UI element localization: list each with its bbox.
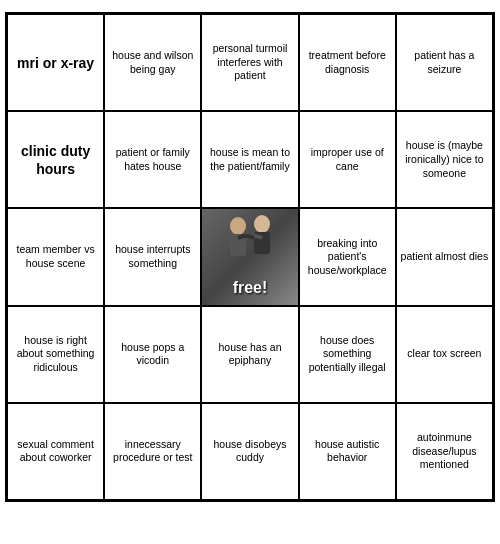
cell-text-14: patient almost dies xyxy=(401,250,489,264)
cell-4: patient has a seizure xyxy=(396,14,493,111)
cell-3: treatment before diagnosis xyxy=(299,14,396,111)
cell-23: house autistic behavior xyxy=(299,403,396,500)
cell-10: team member vs house scene xyxy=(7,208,104,305)
free-cell-image: free! xyxy=(202,209,297,304)
cell-text-4: patient has a seizure xyxy=(400,49,489,76)
cell-text-15: house is right about something ridiculou… xyxy=(11,334,100,375)
cell-15: house is right about something ridiculou… xyxy=(7,306,104,403)
cell-19: clear tox screen xyxy=(396,306,493,403)
cell-text-2: personal turmoil interferes with patient xyxy=(205,42,294,83)
cell-0: mri or x-ray xyxy=(7,14,104,111)
cell-1: house and wilson being gay xyxy=(104,14,201,111)
cell-text-21: innecessary procedure or test xyxy=(108,438,197,465)
cell-text-0: mri or x-ray xyxy=(17,54,94,72)
cell-text-19: clear tox screen xyxy=(407,347,481,361)
cell-17: house has an epiphany xyxy=(201,306,298,403)
cell-13: breaking into patient's house/workplace xyxy=(299,208,396,305)
cell-text-20: sexual comment about coworker xyxy=(11,438,100,465)
cell-14: patient almost dies xyxy=(396,208,493,305)
bingo-grid: mri or x-rayhouse and wilson being gaype… xyxy=(5,12,495,502)
svg-point-0 xyxy=(230,217,246,235)
free-label: free! xyxy=(233,278,268,299)
cell-6: patient or family hates house xyxy=(104,111,201,208)
cell-text-17: house has an epiphany xyxy=(205,341,294,368)
cell-text-5: clinic duty hours xyxy=(11,142,100,178)
cell-22: house disobeys cuddy xyxy=(201,403,298,500)
cell-text-22: house disobeys cuddy xyxy=(205,438,294,465)
cell-2: personal turmoil interferes with patient xyxy=(201,14,298,111)
cell-text-11: house interrupts something xyxy=(108,243,197,270)
cell-24: autoinmune disease/lupus mentioned xyxy=(396,403,493,500)
cell-text-3: treatment before diagnosis xyxy=(303,49,392,76)
cell-text-8: improper use of cane xyxy=(303,146,392,173)
cell-21: innecessary procedure or test xyxy=(104,403,201,500)
cell-text-23: house autistic behavior xyxy=(303,438,392,465)
cell-text-10: team member vs house scene xyxy=(11,243,100,270)
cell-text-18: house does something potentially illegal xyxy=(303,334,392,375)
cell-12: free! xyxy=(201,208,298,305)
cell-5: clinic duty hours xyxy=(7,111,104,208)
cell-18: house does something potentially illegal xyxy=(299,306,396,403)
cell-text-16: house pops a vicodin xyxy=(108,341,197,368)
cell-text-9: house is (maybe ironically) nice to some… xyxy=(400,139,489,180)
cell-20: sexual comment about coworker xyxy=(7,403,104,500)
cell-text-13: breaking into patient's house/workplace xyxy=(303,237,392,278)
bingo-title xyxy=(5,0,495,12)
cell-text-6: patient or family hates house xyxy=(108,146,197,173)
cell-text-1: house and wilson being gay xyxy=(108,49,197,76)
cell-11: house interrupts something xyxy=(104,208,201,305)
cell-7: house is mean to the patient/family xyxy=(201,111,298,208)
cell-9: house is (maybe ironically) nice to some… xyxy=(396,111,493,208)
cell-8: improper use of cane xyxy=(299,111,396,208)
cell-text-7: house is mean to the patient/family xyxy=(205,146,294,173)
svg-point-2 xyxy=(254,215,270,233)
cell-text-24: autoinmune disease/lupus mentioned xyxy=(400,431,489,472)
cell-16: house pops a vicodin xyxy=(104,306,201,403)
